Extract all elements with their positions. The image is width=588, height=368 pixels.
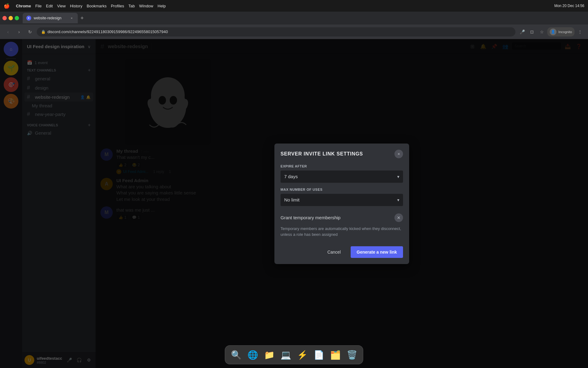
voice-channels-title: VOICE CHANNELS	[27, 123, 88, 127]
back-button[interactable]: ‹	[4, 28, 12, 36]
deafen-button[interactable]: 🎧	[75, 356, 83, 364]
generate-link-button[interactable]: Generate a new link	[351, 246, 403, 258]
traffic-lights	[2, 16, 19, 20]
grant-membership-row: Grant temporary membership ✕	[281, 211, 403, 224]
user-icon: 👤	[80, 95, 85, 99]
server-header[interactable]: UI Feed design inspiration ∨	[22, 39, 96, 54]
menu-edit[interactable]: Edit	[46, 4, 53, 8]
server-icon-1[interactable]: 🌱	[4, 61, 18, 75]
menu-profiles[interactable]: Profiles	[111, 4, 124, 8]
events-item[interactable]: 📅 1 event	[24, 59, 93, 67]
uses-select[interactable]: No limit ▾	[281, 194, 403, 206]
channel-name-website-redesign: website-redesign	[35, 94, 78, 100]
macos-menubar: 🍎 Chrome File Edit View History Bookmark…	[0, 0, 588, 12]
channel-website-redesign[interactable]: # website-redesign 👤 🔔	[24, 93, 93, 102]
dock-chrome-icon[interactable]: 🌐	[245, 347, 260, 362]
server-icon-3[interactable]: 🎨	[4, 94, 18, 109]
speaker-icon: 🔊	[27, 131, 33, 136]
events-label: 1 event	[35, 60, 48, 65]
settings-button[interactable]: ⚙	[85, 356, 93, 364]
channel-new-year-party[interactable]: # new-year-party	[24, 110, 93, 119]
dock-trash-icon[interactable]: 🗑️	[345, 347, 359, 362]
tab-title: website-redesign	[34, 16, 67, 20]
grant-membership-toggle[interactable]: ✕	[394, 213, 403, 222]
menu-window[interactable]: Window	[139, 4, 153, 8]
channel-thread-my-thread[interactable]: My thread	[24, 102, 93, 109]
reload-button[interactable]: ↻	[26, 28, 34, 36]
dock-files-icon[interactable]: 🗂️	[328, 347, 343, 362]
server-header-chevron-icon: ∨	[88, 44, 91, 49]
channel-icons: 👤 🔔	[80, 95, 91, 99]
home-server-icon[interactable]: ⌂	[4, 42, 18, 56]
menu-bookmarks[interactable]: Bookmarks	[87, 4, 107, 8]
modal-title: SERVER INVITE LINK SETTINGS	[281, 151, 363, 157]
server-divider	[6, 58, 16, 59]
add-channel-icon[interactable]: +	[88, 67, 91, 73]
voice-channels-header[interactable]: VOICE CHANNELS +	[24, 122, 93, 128]
expire-select[interactable]: 7 days ▾	[281, 171, 403, 183]
channel-hash-icon: #	[27, 85, 33, 91]
user-bar: U uifeedtestacc #8802 🎤 🎧 ⚙	[22, 352, 96, 368]
dock: 🔍 🌐 📁 💻 ⚡ 📄 🗂️ 🗑️	[225, 345, 363, 364]
forward-button[interactable]: ›	[15, 28, 23, 36]
channel-design[interactable]: # design	[24, 83, 93, 92]
new-tab-button[interactable]: +	[78, 14, 86, 22]
more-options-icon[interactable]: ⋮	[576, 28, 584, 36]
active-tab[interactable]: ✦ website-redesign ×	[23, 13, 78, 23]
modal-footer: Cancel Generate a new link	[281, 244, 403, 258]
username-label: uifeedtestacc	[37, 356, 62, 361]
dock-lightning-icon[interactable]: ⚡	[295, 347, 310, 362]
channel-hash-icon: #	[27, 111, 33, 117]
mute-button[interactable]: 🎤	[65, 356, 74, 364]
dock-folder-icon[interactable]: 📁	[262, 347, 277, 362]
text-channels-header[interactable]: TEXT CHANNELS +	[24, 67, 93, 73]
server-icon-2[interactable]: 🎯	[4, 77, 18, 92]
tab-close-button[interactable]: ×	[69, 16, 74, 21]
incognito-avatar: 👤	[550, 29, 556, 35]
microphone-icon[interactable]: 🎤	[518, 28, 526, 36]
modal-close-button[interactable]: ×	[394, 150, 403, 158]
menu-view[interactable]: View	[57, 4, 66, 8]
cast-icon[interactable]: ⊡	[528, 28, 536, 36]
expire-label: EXPIRE AFTER	[281, 164, 403, 168]
chat-area-wrapper: # website-redesign ⊞ 🔔 📌 👥 Search 📥 ❓	[96, 39, 588, 368]
url-bar[interactable]: 🔒 discord.com/channels/92249118030915998…	[37, 27, 515, 36]
menu-help[interactable]: Help	[158, 4, 166, 8]
uses-dropdown-icon: ▾	[397, 197, 399, 202]
dock-notes-icon[interactable]: 📄	[311, 347, 326, 362]
channel-hash-icon: #	[27, 94, 33, 100]
channel-name-design: design	[35, 85, 91, 90]
calendar-icon: 📅	[27, 60, 32, 65]
add-voice-channel-icon[interactable]: +	[88, 122, 91, 128]
text-channels-section: 📅 1 event TEXT CHANNELS + # general # de…	[22, 54, 96, 138]
channel-general[interactable]: # general	[24, 74, 93, 83]
apple-logo-icon[interactable]: 🍎	[4, 3, 10, 9]
user-info: uifeedtestacc #8802	[37, 356, 62, 364]
maximize-window-button[interactable]	[15, 16, 19, 20]
app-area: ⌂ 🌱 🎯 🎨 UI Feed design inspiration ∨ 📅 1…	[0, 39, 588, 368]
tab-favicon-icon: ✦	[26, 16, 31, 21]
voice-channel-general[interactable]: 🔊 General	[24, 129, 93, 137]
modal-overlay: SERVER INVITE LINK SETTINGS × EXPIRE AFT…	[96, 39, 588, 368]
menu-history[interactable]: History	[70, 4, 82, 8]
channel-name-new-year-party: new-year-party	[35, 112, 91, 117]
user-controls: 🎤 🎧 ⚙	[65, 356, 93, 364]
incognito-label: Incognito	[558, 30, 572, 34]
server-name: UI Feed design inspiration	[27, 44, 88, 49]
minimize-window-button[interactable]	[9, 16, 13, 20]
address-bar: ‹ › ↻ 🔒 discord.com/channels/92249118030…	[0, 25, 588, 39]
menu-file[interactable]: File	[35, 4, 42, 8]
dock-terminal-icon[interactable]: 💻	[278, 347, 293, 362]
menu-chrome[interactable]: Chrome	[16, 4, 31, 8]
user-tag-label: #8802	[37, 361, 62, 364]
dock-finder-icon[interactable]: 🔍	[229, 347, 243, 362]
bookmark-icon[interactable]: ☆	[537, 28, 546, 36]
server-icons-panel: ⌂ 🌱 🎯 🎨	[0, 39, 22, 368]
menubar-time: Mon 20 Dec 14:56	[554, 4, 584, 8]
menu-tab[interactable]: Tab	[128, 4, 135, 8]
cancel-button[interactable]: Cancel	[321, 246, 347, 258]
url-text: discord.com/channels/922491180309159986/…	[47, 29, 511, 34]
tab-bar: ✦ website-redesign × +	[0, 12, 588, 25]
incognito-button[interactable]: 👤 Incognito	[547, 27, 575, 36]
close-window-button[interactable]	[2, 16, 7, 20]
